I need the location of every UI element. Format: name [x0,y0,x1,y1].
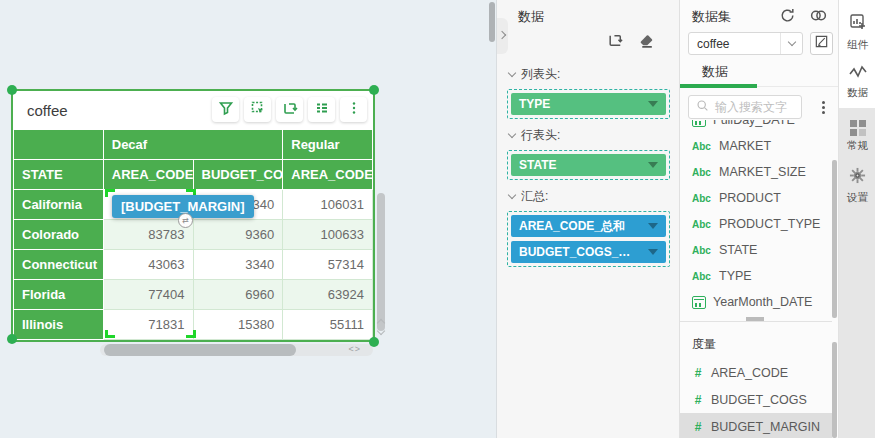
row-header-cell[interactable]: California [14,190,104,220]
canvas-vertical-scrollbar[interactable] [489,2,495,42]
data-cell[interactable]: 77404 [103,280,193,310]
field-item[interactable]: #BUDGET_MARGIN [680,413,832,438]
field-drop-zone[interactable]: TYPE [507,89,670,119]
table-vertical-scrollbar[interactable] [377,193,385,331]
row-header-cell[interactable]: Florida [14,280,104,310]
measure-list-scrollbar[interactable] [832,342,837,438]
data-cell[interactable]: 6960 [193,280,283,310]
bi-editor: coffee [0,0,875,438]
dropdown-arrow-icon[interactable] [648,249,658,255]
column-header-cell[interactable]: STATE [14,160,104,190]
search-input[interactable]: 输入搜索文字 [688,95,802,119]
data-cell[interactable]: 57314 [283,250,373,280]
expand-horizontal-icon[interactable]: <> [348,344,361,354]
field-name: BUDGET_COGS [711,393,807,407]
data-cell[interactable]: 71831 [103,310,193,340]
filter-button[interactable] [212,97,239,122]
tab-data[interactable]: 数据 [702,63,728,81]
field-item[interactable]: AbcPRODUCT_TYPE [680,211,832,237]
field-drop-zone[interactable]: AREA_CODE_总和BUDGET_COGS_… [507,211,670,267]
data-cell[interactable]: 63924 [283,280,373,310]
column-header-cell[interactable]: BUDGET_CO [193,160,283,190]
row-header-cell[interactable]: Connecticut [14,250,104,280]
more-button[interactable] [340,97,367,122]
group-header-cell[interactable]: Decaf [103,130,283,160]
horizontal-scroll-thumb[interactable] [104,344,296,356]
table-horizontal-scrollbar[interactable]: <> [100,344,373,356]
table-scroll-chevrons[interactable] [376,318,386,336]
field-item[interactable]: YearMonth_DATE [680,289,832,315]
chevron-down-icon [377,327,385,335]
chevron-down-icon[interactable] [508,69,516,77]
field-item[interactable]: #AREA_CODE [680,359,832,386]
dashboard-canvas[interactable]: coffee [0,0,497,438]
drop-target-bracket [105,330,115,338]
field-pill[interactable]: AREA_CODE_总和 [511,215,666,237]
data-cell[interactable]: 100633 [283,220,373,250]
field-more-button[interactable] [815,99,831,115]
field-item[interactable]: AbcMARKET_SIZE [680,159,832,185]
field-pill[interactable]: BUDGET_COGS_… [511,241,666,263]
pivot-table[interactable]: DecafRegularSTATEAREA_CODEBUDGET_COAREA_… [13,129,373,340]
field-pill[interactable]: STATE [511,154,666,176]
field-item[interactable]: #BUDGET_COGS [680,386,832,413]
resize-handle-bottom-left[interactable] [7,334,17,344]
select-region-button[interactable] [244,97,271,122]
data-cell[interactable]: 15380 [193,310,283,340]
field-item[interactable]: AbcSTATE [680,237,832,263]
field-list-scrollbar[interactable] [832,160,837,318]
resize-handle-top-right[interactable] [369,85,379,95]
group-header-cell[interactable] [14,130,104,160]
data-cell[interactable]: 106031 [283,190,373,220]
panel-splitter[interactable] [680,321,832,322]
blend-icon[interactable] [809,7,828,28]
field-name: YearMonth_DATE [713,295,812,309]
pivot-table-header[interactable]: DecafRegularSTATEAREA_CODEBUDGET_COAREA_… [14,130,373,190]
widget-title: coffee [27,102,68,119]
field-item[interactable]: AbcTYPE [680,263,832,289]
dropdown-arrow-icon[interactable] [648,223,658,229]
row-header-cell[interactable]: Illinois [14,310,104,340]
rail-tab-settings[interactable]: 设置 [839,160,875,212]
edit-dataset-button[interactable] [810,32,833,55]
data-cell[interactable]: 9360 [193,220,283,250]
eraser-icon[interactable] [638,32,655,53]
refresh-icon[interactable] [779,7,796,28]
column-header-cell[interactable]: AREA_CODE [283,160,373,190]
dataset-select[interactable]: coffee [688,32,803,55]
edit-icon [814,34,829,53]
rail-tab-general[interactable]: 常规 [839,110,875,162]
dropdown-arrow-icon[interactable] [648,101,658,107]
field-drop-zone[interactable]: STATE [507,150,670,180]
field-name: MARKET [719,139,771,153]
group-header-cell[interactable]: Regular [283,130,373,160]
data-cell[interactable]: 55111 [283,310,373,340]
transpose-icon[interactable] [607,32,624,53]
rail-tab-data[interactable]: 数据 [839,56,875,108]
transpose-button[interactable] [276,97,303,122]
number-field-icon: # [692,393,704,407]
widget-titlebar: coffee [13,91,373,129]
data-cell[interactable]: 43063 [103,250,193,280]
row-header-cell[interactable]: Colorado [14,220,104,250]
detail-list-icon [314,100,330,120]
field-pill[interactable]: TYPE [511,93,666,115]
field-item[interactable]: AbcMARKET [680,133,832,159]
rail-tab-component[interactable]: 组件 [839,6,875,58]
table-widget[interactable]: coffee [11,89,375,342]
dropdown-arrow-icon[interactable] [648,162,658,168]
text-field-icon: Abc [692,219,712,230]
data-cell[interactable]: 3340 [193,250,283,280]
column-header-cell[interactable]: AREA_CODE [103,160,193,190]
panel-collapse-handle[interactable] [497,18,508,54]
detail-list-button[interactable] [308,97,335,122]
field-item[interactable]: FullDay_DATE [680,120,832,133]
right-tab-rail: 组件 数据 常规 设置 [838,0,875,438]
resize-handle-top-left[interactable] [7,85,17,95]
chevron-down-icon[interactable] [508,191,516,199]
field-name: FullDay_DATE [713,120,795,127]
number-field-icon: # [692,366,704,380]
field-item[interactable]: AbcPRODUCT [680,185,832,211]
chevron-down-icon[interactable] [508,130,516,138]
resize-handle-bottom-right[interactable] [369,337,379,347]
